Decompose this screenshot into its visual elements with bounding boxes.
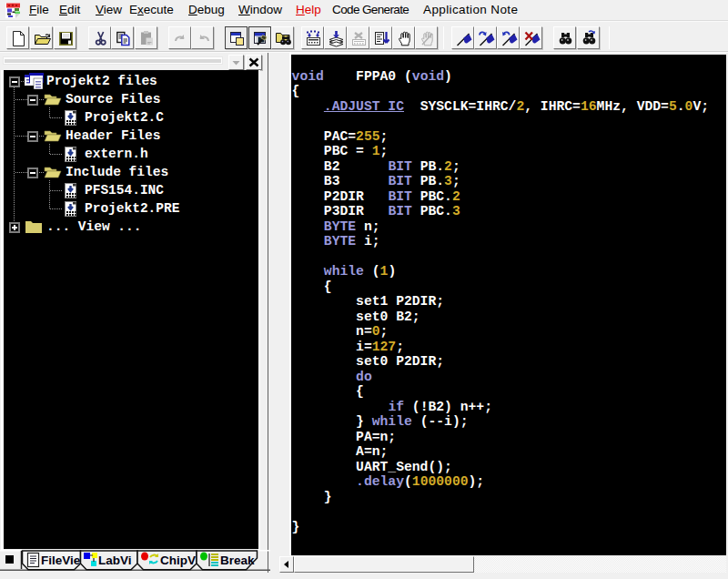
svg-text:FileVie: FileVie (41, 554, 81, 567)
svg-text:Break: Break (220, 554, 255, 567)
svg-text:LabVi: LabVi (98, 554, 132, 567)
svg-text:ChipV: ChipV (160, 554, 196, 567)
